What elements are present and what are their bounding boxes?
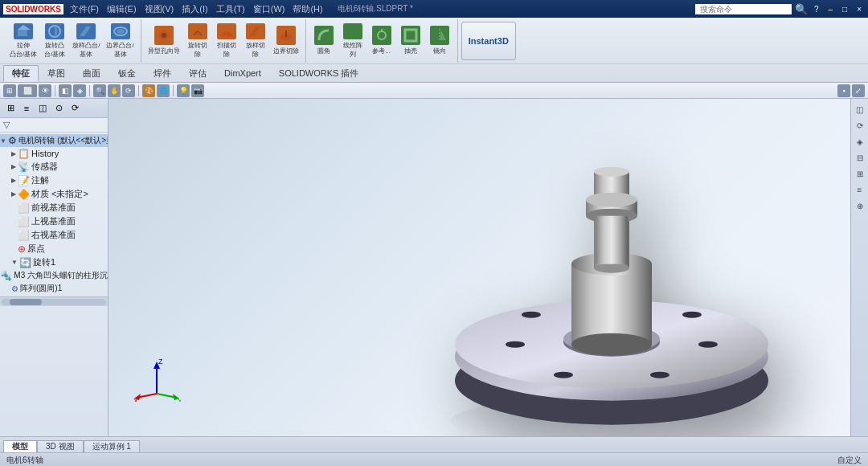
boundary-boss-button[interactable]: 边界凸台/基体 bbox=[103, 22, 137, 60]
view-display-icon[interactable]: ◈ bbox=[73, 84, 86, 97]
toolbar-area: 拉伸凸台/基体 旋转凸台/基体 放样凸台/基体 边界凸台/基体 bbox=[0, 18, 868, 83]
revolve-cut-label: 旋转切除 bbox=[188, 41, 207, 59]
hole-wizard-button[interactable]: 异型孔向导 bbox=[145, 22, 183, 60]
bolt-hole-6 bbox=[650, 372, 669, 378]
view-zoom-icon[interactable]: 🔍 bbox=[93, 84, 106, 97]
menu-window[interactable]: 窗口(W) bbox=[250, 2, 289, 16]
view-pan-icon[interactable]: ✋ bbox=[108, 84, 121, 97]
search-input[interactable] bbox=[695, 4, 792, 14]
close-button[interactable]: × bbox=[854, 5, 865, 14]
bolt-hole-5 bbox=[554, 372, 573, 378]
view-expand-icon[interactable]: ⤢ bbox=[852, 84, 865, 97]
tab-model[interactable]: 模型 bbox=[3, 440, 37, 452]
view-lights-icon[interactable]: 💡 bbox=[177, 84, 190, 97]
tab-features[interactable]: 特征 bbox=[3, 65, 39, 82]
pattern-button[interactable]: 线性阵列 bbox=[338, 22, 367, 60]
z-label: Z bbox=[158, 358, 163, 366]
menu-help[interactable]: 帮助(H) bbox=[289, 2, 326, 16]
tree-top-plane[interactable]: ⬜ 上视基准面 bbox=[0, 215, 108, 228]
right-panel-icon1[interactable]: ◫ bbox=[853, 102, 867, 117]
tree-circ-pattern[interactable]: ⚙ 阵列(圆周)1 bbox=[0, 282, 108, 295]
bolt-hole-3 bbox=[682, 312, 702, 318]
boundary-cut-button[interactable]: 边界切除 bbox=[270, 22, 302, 60]
svg-marker-20 bbox=[440, 31, 446, 40]
tree-revolve1[interactable]: ▼ 🔄 旋转1 bbox=[0, 255, 108, 269]
menu-view[interactable]: 视图(V) bbox=[141, 2, 178, 16]
app-logo: SOLIDWORKS bbox=[3, 4, 63, 14]
hole-wizard-label: 异型孔向导 bbox=[148, 47, 180, 55]
reference-button[interactable]: 参考... bbox=[367, 22, 396, 60]
right-panel-icon4[interactable]: ⊟ bbox=[853, 150, 867, 165]
tab-sheet-metal[interactable]: 钣金 bbox=[109, 65, 145, 82]
revolve-boss-button[interactable]: 旋转凸台/基体 bbox=[40, 22, 69, 60]
tab-weldment[interactable]: 焊件 bbox=[145, 65, 180, 82]
view-rotate-icon[interactable]: ⟳ bbox=[122, 84, 135, 97]
title-right: 🔍 ? – □ × bbox=[695, 3, 865, 15]
view-orient-icon[interactable]: ⊞ bbox=[3, 84, 16, 97]
svg-rect-12 bbox=[353, 25, 358, 30]
menu-insert[interactable]: 插入(I) bbox=[178, 2, 211, 16]
loft-cut-button[interactable]: 放样切除 bbox=[241, 22, 270, 60]
view-tile-icon[interactable]: ▪ bbox=[837, 84, 850, 97]
loft-boss-button[interactable]: 放样凸台/基体 bbox=[69, 22, 103, 60]
sidebar-tool2[interactable]: ≡ bbox=[19, 101, 34, 116]
tree-sensor-icon: 📡 bbox=[18, 161, 30, 173]
sidebar-tool1[interactable]: ⊞ bbox=[3, 101, 18, 116]
sweep-cut-label: 扫描切除 bbox=[217, 41, 236, 59]
tree-front-plane[interactable]: ⬜ 前视基准面 bbox=[0, 201, 108, 215]
fillet-button[interactable]: 圆角 bbox=[309, 22, 338, 60]
sidebar-tool5[interactable]: ⟳ bbox=[68, 101, 82, 116]
sidebar-scrollbar[interactable] bbox=[0, 296, 108, 306]
menu-edit[interactable]: 编辑(E) bbox=[104, 2, 140, 16]
right-panel-icon6[interactable]: ≡ bbox=[853, 182, 867, 197]
view-appear-icon[interactable]: 🎨 bbox=[142, 84, 155, 97]
tree-top-plane-icon: ⬜ bbox=[18, 216, 30, 227]
view-planes-icon[interactable]: ⬜ bbox=[18, 84, 37, 97]
tree-history[interactable]: ▶ 📋 History bbox=[0, 147, 108, 160]
tree-material[interactable]: ▶ 🔶 材质 <未指定> bbox=[0, 187, 108, 201]
viewport[interactable]: Z X Y bbox=[108, 99, 850, 436]
sweep-cut-button[interactable]: 扫描切除 bbox=[212, 22, 241, 60]
mirror-button[interactable]: 镜向 bbox=[425, 22, 454, 60]
boundary-boss-label: 边界凸台/基体 bbox=[106, 41, 133, 59]
toolbar-group-cut: 异型孔向导 旋转切除 扫描切除 放样切除 bbox=[141, 19, 306, 63]
view-hide-icon[interactable]: 👁 bbox=[39, 84, 51, 97]
tree-sensor[interactable]: ▶ 📡 传感器 bbox=[0, 160, 108, 174]
tab-dimxpert[interactable]: DimXpert bbox=[215, 66, 270, 80]
tab-motion[interactable]: 运动算例 1 bbox=[84, 440, 140, 452]
tab-surface[interactable]: 曲面 bbox=[74, 65, 109, 82]
shaft-bottom bbox=[594, 264, 629, 273]
tab-addins[interactable]: SOLIDWORKS 插件 bbox=[270, 65, 368, 82]
instant3d-button[interactable]: Instant3D bbox=[461, 22, 516, 60]
sidebar-tool4[interactable]: ⊙ bbox=[51, 101, 66, 116]
right-panel-icon2[interactable]: ⟳ bbox=[853, 118, 867, 133]
minimize-button[interactable]: – bbox=[825, 5, 837, 14]
tree-material-arrow: ▶ bbox=[11, 190, 16, 198]
hub-bottom bbox=[571, 333, 652, 356]
tab-sketch[interactable]: 草图 bbox=[39, 65, 74, 82]
view-camera-icon[interactable]: 📷 bbox=[191, 84, 204, 97]
right-panel-icon3[interactable]: ◈ bbox=[853, 134, 867, 149]
revolve-cut-button[interactable]: 旋转切除 bbox=[183, 22, 212, 60]
tree-root-arrow: ▼ bbox=[0, 137, 6, 145]
menu-tools[interactable]: 工具(T) bbox=[213, 2, 248, 16]
tree-origin[interactable]: ⊕ 原点 bbox=[0, 242, 108, 255]
tab-evaluate[interactable]: 评估 bbox=[180, 65, 215, 82]
reference-icon bbox=[372, 26, 391, 45]
menu-file[interactable]: 文件(F) bbox=[67, 2, 102, 16]
extrude-boss-button[interactable]: 拉伸凸台/基体 bbox=[6, 22, 40, 60]
sidebar-tool3[interactable]: ◫ bbox=[35, 101, 50, 116]
view-section-icon[interactable]: ◧ bbox=[59, 84, 72, 97]
shell-button[interactable]: 抽壳 bbox=[396, 22, 425, 60]
help-button[interactable]: ? bbox=[811, 5, 822, 14]
right-panel-icon7[interactable]: ⊕ bbox=[853, 198, 867, 213]
tree-m3-bolt[interactable]: 🔩 M3 六角凹头螺钉的柱形沉 bbox=[0, 269, 108, 282]
sidebar-scroll-thumb bbox=[10, 299, 42, 305]
tab-3dview[interactable]: 3D 视图 bbox=[37, 440, 84, 452]
right-panel-icon5[interactable]: ⊞ bbox=[853, 166, 867, 181]
tree-root[interactable]: ▼ ⚙ 电机6转轴 (默认<<默认>显 bbox=[0, 134, 108, 147]
maximize-button[interactable]: □ bbox=[839, 5, 850, 14]
tree-right-plane[interactable]: ⬜ 右视基准面 bbox=[0, 228, 108, 242]
tree-annotations[interactable]: ▶ 📝 注解 bbox=[0, 174, 108, 187]
view-scene-icon[interactable]: 🌐 bbox=[157, 84, 170, 97]
